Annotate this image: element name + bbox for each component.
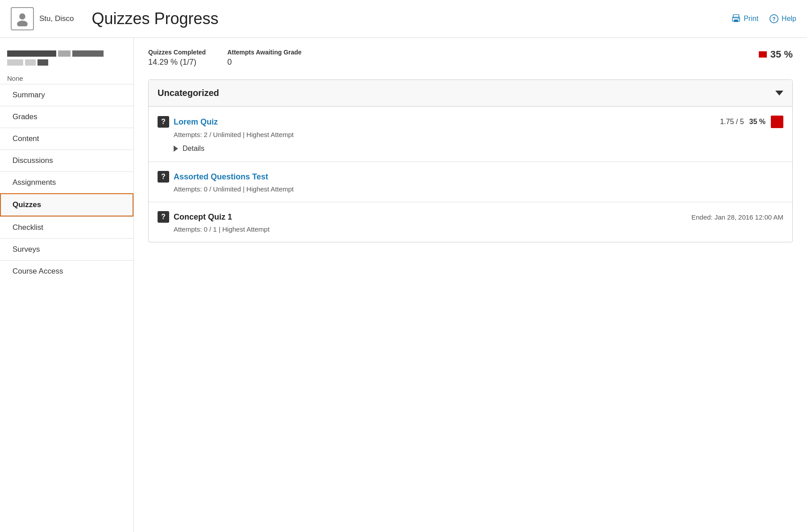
stat-completed: Quizzes Completed 14.29 % (1/7) [148, 49, 206, 67]
sidebar-item-checklist[interactable]: Checklist [0, 216, 133, 238]
svg-point-1 [17, 21, 28, 26]
progress-bar-row-2 [7, 59, 126, 66]
quiz-title-area: ? Lorem Quiz [158, 116, 218, 128]
progress-bar-row-1 [7, 50, 126, 57]
main-content: Quizzes Completed 14.29 % (1/7) Attempts… [134, 38, 807, 532]
pb-segment [58, 50, 71, 57]
svg-point-5 [738, 18, 739, 19]
sidebar-link-checklist[interactable]: Checklist [0, 217, 133, 238]
quiz-item-concept: ? Concept Quiz 1 Ended: Jan 28, 2016 12:… [149, 202, 792, 242]
sidebar-item-discussions[interactable]: Discussions [0, 150, 133, 171]
sidebar-link-assignments[interactable]: Assignments [0, 172, 133, 193]
red-indicator [759, 51, 767, 58]
page-title: Quizzes Progress [92, 9, 731, 28]
sidebar-link-content[interactable]: Content [0, 128, 133, 150]
help-icon: ? [769, 14, 779, 24]
svg-rect-4 [734, 20, 738, 22]
svg-rect-2 [733, 15, 739, 18]
sidebar-item-surveys[interactable]: Surveys [0, 238, 133, 260]
quiz-header-row: ? Lorem Quiz 1.75 / 5 35 % [158, 116, 783, 128]
quiz-header-row: ? Assorted Questions Test [158, 171, 783, 183]
quiz-attempts: Attempts: 0 / Unlimited | Highest Attemp… [174, 185, 783, 193]
sidebar-link-summary[interactable]: Summary [0, 84, 133, 106]
quiz-attempts: Attempts: 0 / 1 | Highest Attempt [174, 225, 783, 233]
details-label[interactable]: Details [183, 145, 204, 153]
awaiting-value: 0 [227, 58, 301, 67]
sidebar-item-summary[interactable]: Summary [0, 84, 133, 106]
user-icon [15, 11, 30, 26]
quiz-score: 1.75 / 5 [720, 118, 744, 126]
quiz-title-area: ? Concept Quiz 1 [158, 211, 232, 223]
sidebar: None Summary Grades Content Discussions … [0, 38, 134, 532]
quiz-percent: 35 % [749, 118, 765, 126]
quiz-icon: ? [158, 171, 169, 183]
sidebar-item-grades[interactable]: Grades [0, 106, 133, 128]
svg-text:?: ? [772, 16, 775, 22]
stat-awaiting: Attempts Awaiting Grade 0 [227, 49, 301, 67]
category-section: Uncategorized ? Lorem Quiz 1.75 / 5 35 % [148, 79, 793, 242]
help-label: Help [782, 15, 796, 23]
sidebar-item-quizzes[interactable]: Quizzes [0, 193, 133, 216]
pb-segment [72, 50, 104, 57]
quiz-item-assorted: ? Assorted Questions Test Attempts: 0 / … [149, 162, 792, 202]
category-header[interactable]: Uncategorized [149, 80, 792, 107]
quiz-title-area: ? Assorted Questions Test [158, 171, 268, 183]
awaiting-label: Attempts Awaiting Grade [227, 49, 301, 56]
svg-point-0 [19, 13, 25, 20]
progress-bars [0, 45, 133, 75]
sidebar-link-quizzes[interactable]: Quizzes [1, 194, 133, 216]
sidebar-none-label: None [0, 75, 133, 84]
sidebar-link-surveys[interactable]: Surveys [0, 239, 133, 260]
quiz-details-row[interactable]: Details [174, 145, 783, 153]
help-button[interactable]: ? Help [769, 14, 796, 24]
sidebar-item-course-access[interactable]: Course Access [0, 260, 133, 282]
sidebar-link-course-access[interactable]: Course Access [0, 261, 133, 282]
category-title: Uncategorized [158, 88, 219, 98]
quiz-attempts: Attempts: 2 / Unlimited | Highest Attemp… [174, 131, 783, 138]
avatar [11, 7, 34, 30]
layout: None Summary Grades Content Discussions … [0, 38, 807, 532]
quiz-icon: ? [158, 211, 169, 223]
pb-segment [7, 50, 56, 57]
stats-bar: Quizzes Completed 14.29 % (1/7) Attempts… [148, 49, 793, 67]
sidebar-link-discussions[interactable]: Discussions [0, 150, 133, 171]
sidebar-link-grades[interactable]: Grades [0, 106, 133, 128]
quiz-link-lorem-quiz[interactable]: Lorem Quiz [174, 117, 218, 127]
quiz-score-area: 1.75 / 5 35 % [720, 116, 783, 128]
percent-value: 35 % [770, 49, 793, 60]
print-label: Print [744, 15, 758, 23]
quiz-name-concept: Concept Quiz 1 [174, 212, 232, 222]
sidebar-item-content[interactable]: Content [0, 128, 133, 150]
print-button[interactable]: Print [731, 14, 758, 24]
header: Stu, Disco Quizzes Progress Print ? Help [0, 0, 807, 38]
sidebar-nav: Summary Grades Content Discussions Assig… [0, 84, 133, 282]
print-icon [731, 14, 741, 24]
pb-segment [25, 59, 36, 66]
quiz-icon: ? [158, 116, 169, 128]
quiz-header-row: ? Concept Quiz 1 Ended: Jan 28, 2016 12:… [158, 211, 783, 223]
header-user: Stu, Disco [11, 7, 74, 30]
percent-indicator: 35 % [759, 49, 793, 60]
user-name: Stu, Disco [39, 14, 74, 23]
pb-segment [37, 59, 48, 66]
stat-overall-percent: 35 % [759, 49, 793, 60]
pb-segment [7, 59, 23, 66]
completed-value: 14.29 % (1/7) [148, 58, 206, 67]
header-actions: Print ? Help [731, 14, 796, 24]
sidebar-item-assignments[interactable]: Assignments [0, 171, 133, 193]
details-expand-icon[interactable] [174, 145, 178, 152]
red-status-icon [771, 116, 783, 128]
quiz-item-lorem-quiz: ? Lorem Quiz 1.75 / 5 35 % Attempts: 2 /… [149, 107, 792, 162]
quiz-link-assorted[interactable]: Assorted Questions Test [174, 172, 268, 182]
completed-label: Quizzes Completed [148, 49, 206, 56]
chevron-down-icon[interactable] [775, 91, 783, 96]
quiz-ended-text: Ended: Jan 28, 2016 12:00 AM [691, 213, 783, 221]
